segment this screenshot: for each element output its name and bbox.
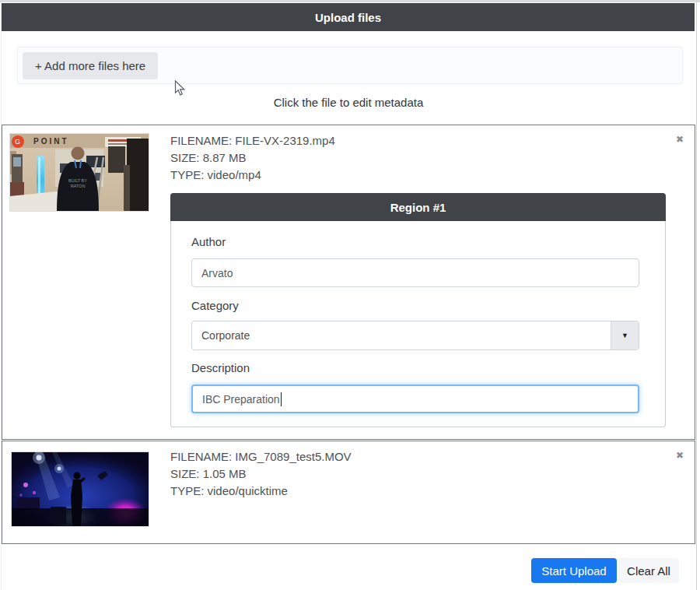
size-label: SIZE: [170,151,200,164]
svg-text:G: G [15,138,20,146]
description-value: IBC Preparation [202,393,280,406]
category-select[interactable]: Corporate ▼ [191,321,639,350]
remove-file-button-2[interactable]: ✖ [676,451,684,460]
add-files-button[interactable]: + Add more files here [23,52,158,79]
type-value: video/quicktime [208,484,288,497]
type-label: TYPE: [170,168,204,181]
filename-line: FILENAME: FILE-VX-2319.mp4 [170,132,335,149]
mouse-cursor-icon [174,80,186,97]
region-panel: Region #1 Author Category Corporate ▼ De… [170,193,666,427]
text-caret [281,392,282,406]
filename-label: FILENAME: [170,450,232,463]
close-icon: ✖ [676,450,684,461]
region-panel-body: Author Category Corporate ▼ Description … [170,221,666,427]
filename-label: FILENAME: [170,134,232,147]
svg-text:RATON: RATON [71,184,86,188]
type-value: video/mp4 [208,168,261,181]
concert-thumbnail-image [12,452,149,526]
upload-files-dialog: Upload files + Add more files here Click… [0,0,700,590]
dialog-title: Upload files [315,11,381,24]
file-metadata-2: FILENAME: IMG_7089_test5.MOV SIZE: 1.05 … [170,448,352,500]
category-selected-value: Corporate [192,321,611,349]
close-icon: ✖ [676,134,684,145]
type-line: TYPE: video/quicktime [170,483,352,500]
chevron-down-icon: ▼ [611,321,639,349]
size-label: SIZE: [170,467,200,480]
dialog-right-border [696,0,697,590]
size-line: SIZE: 8.87 MB [170,149,335,167]
filename-value: IMG_7089_test5.MOV [235,450,351,463]
dialog-footer: Start Upload Clear All [0,556,680,585]
filename-value: FILE-VX-2319.mp4 [235,134,334,147]
filename-line: FILENAME: IMG_7089_test5.MOV [170,448,352,465]
author-label: Author [191,235,226,248]
size-value: 8.87 MB [203,151,247,164]
region-title: Region #1 [390,201,446,214]
window-edge [0,0,700,2]
description-label: Description [191,361,250,374]
category-label: Category [191,299,239,312]
file-metadata-1: FILENAME: FILE-VX-2319.mp4 SIZE: 8.87 MB… [170,132,335,184]
svg-text:POINT: POINT [33,137,69,146]
file-dropzone[interactable]: + Add more files here [17,47,683,84]
file-thumbnail-2[interactable] [11,451,149,527]
author-input[interactable] [191,258,639,287]
edit-metadata-hint: Click the file to edit metadata [0,96,697,109]
size-value: 1.05 MB [203,467,247,480]
file-card-1[interactable]: POINT G [2,125,695,440]
description-input[interactable]: IBC Preparation [191,385,639,413]
size-line: SIZE: 1.05 MB [170,465,352,483]
dialog-header: Upload files [2,3,695,31]
svg-text:BUILT BY: BUILT BY [68,178,87,183]
type-label: TYPE: [170,484,204,497]
start-upload-button[interactable]: Start Upload [531,558,617,583]
region-panel-header: Region #1 [170,193,666,221]
clear-all-button[interactable]: Clear All [618,558,679,583]
file-thumbnail-1[interactable]: POINT G [9,133,149,212]
remove-file-button-1[interactable]: ✖ [676,135,684,144]
tradeshow-thumbnail-image: POINT G [10,134,149,211]
file-card-2[interactable]: FILENAME: IMG_7089_test5.MOV SIZE: 1.05 … [2,441,695,544]
type-line: TYPE: video/mp4 [170,167,335,184]
